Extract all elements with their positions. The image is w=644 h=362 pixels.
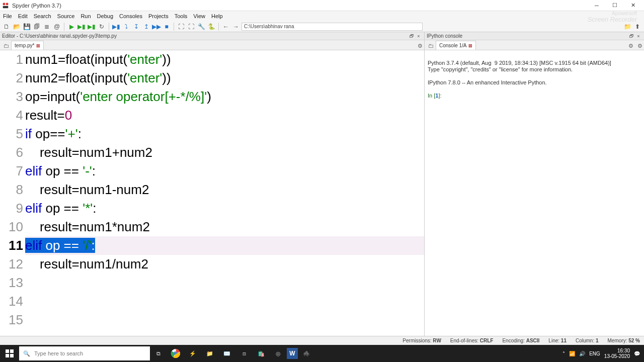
parent-dir-icon[interactable]: ⬆ xyxy=(633,22,642,31)
status-permissions: Permissions: RW xyxy=(403,338,441,343)
console-pane-title: IPython console xyxy=(427,33,462,39)
console-tabs: 🗀 Console 1/A ⊠ ⚙ ⚙ xyxy=(425,40,644,50)
menu-tools[interactable]: Tools xyxy=(175,13,188,19)
app-icon[interactable]: ⚡ xyxy=(184,345,201,362)
fullscreen-icon[interactable]: ⛶ xyxy=(187,22,196,31)
menu-source[interactable]: Source xyxy=(57,13,75,19)
working-dir-field[interactable]: C:\Users\abhinav rana xyxy=(242,23,423,31)
options-icon[interactable]: ⚙ xyxy=(636,42,644,50)
menu-search[interactable]: Search xyxy=(34,13,51,19)
tray-expand-icon[interactable]: ˄ xyxy=(562,351,565,356)
gear-icon[interactable]: ⚙ xyxy=(627,42,635,50)
maximize-pane-icon[interactable]: ⛶ xyxy=(177,22,186,31)
code-line[interactable]: if op=='+': xyxy=(25,125,424,143)
chrome-icon[interactable] xyxy=(167,345,184,362)
file-explorer-icon[interactable]: 📁 xyxy=(201,345,218,362)
menu-consoles[interactable]: Consoles xyxy=(119,13,142,19)
spyder-taskbar-icon[interactable]: 🕷️ xyxy=(298,345,315,362)
store-icon[interactable]: 🛍️ xyxy=(253,345,270,362)
continue-icon[interactable]: ▶▶ xyxy=(152,22,161,31)
new-file-icon[interactable]: 🗋 xyxy=(2,22,11,31)
menu-projects[interactable]: Projects xyxy=(148,13,169,19)
gear-icon[interactable]: ⚙ xyxy=(416,42,424,50)
save-all-icon[interactable]: 🗐 xyxy=(32,22,41,31)
spyder-logo-icon xyxy=(2,2,9,9)
code-line[interactable]: result=num1+num2 xyxy=(25,143,424,162)
save-icon[interactable]: 💾 xyxy=(22,22,31,31)
dropbox-icon[interactable]: ⧈ xyxy=(235,345,253,362)
forward-icon[interactable]: → xyxy=(231,22,240,31)
file-browse-icon[interactable]: 🗀 xyxy=(2,42,10,50)
pane-close-icon[interactable]: × xyxy=(635,33,642,39)
close-icon[interactable]: ⊠ xyxy=(468,43,472,48)
code-line[interactable]: num1=float(input('enter')) xyxy=(25,50,424,69)
list-icon[interactable]: ≣ xyxy=(42,22,51,31)
status-line: Line: 11 xyxy=(548,338,567,343)
back-icon[interactable]: ← xyxy=(221,22,230,31)
open-file-icon[interactable]: 📂 xyxy=(12,22,21,31)
tab-label: Console 1/A xyxy=(439,43,466,48)
code-line[interactable]: elif op == '/': xyxy=(25,236,424,255)
code-line[interactable]: elif op == '-': xyxy=(25,162,424,180)
run-cell-icon[interactable]: ▶▮ xyxy=(77,22,86,31)
notifications-icon[interactable]: 💬 xyxy=(634,351,640,356)
step-out-icon[interactable]: ↥ xyxy=(142,22,151,31)
stop-debug-icon[interactable]: ■ xyxy=(162,22,171,31)
toolbar-separator xyxy=(64,23,64,31)
menu-file[interactable]: File xyxy=(3,13,12,19)
menu-help[interactable]: Help xyxy=(211,13,223,19)
run-cell-advance-icon[interactable]: ▶▮ xyxy=(87,22,96,31)
task-view-icon[interactable]: ⧉ xyxy=(150,345,167,362)
browse-dir-icon[interactable]: 📁 xyxy=(623,22,632,31)
code-line[interactable]: result=num1*num2 xyxy=(25,218,424,236)
pane-undock-icon[interactable]: 🗗 xyxy=(628,33,635,39)
menu-run[interactable]: Run xyxy=(80,13,91,19)
volume-icon[interactable]: 🔊 xyxy=(579,351,585,356)
close-button[interactable]: ✕ xyxy=(624,1,642,11)
code-line[interactable]: result=num1-num2 xyxy=(25,180,424,199)
svg-rect-6 xyxy=(10,354,14,357)
code-line[interactable]: result=num1/num2 xyxy=(25,255,424,274)
code-line[interactable]: elif op == '*': xyxy=(25,199,424,218)
code-line[interactable] xyxy=(25,274,424,292)
console-browse-icon[interactable]: 🗀 xyxy=(427,42,435,50)
word-icon[interactable]: W xyxy=(287,348,298,359)
menu-edit[interactable]: Edit xyxy=(18,13,28,19)
preferences-icon[interactable]: 🔧 xyxy=(197,22,206,31)
tab-console-1a[interactable]: Console 1/A ⊠ xyxy=(436,41,476,50)
toolbar-separator xyxy=(109,23,109,31)
run-icon[interactable]: ▶ xyxy=(67,22,76,31)
close-icon[interactable]: ⊠ xyxy=(36,43,40,48)
minimize-button[interactable]: ─ xyxy=(588,1,606,11)
menu-view[interactable]: View xyxy=(193,13,205,19)
pane-undock-icon[interactable]: 🗗 xyxy=(408,33,415,39)
tab-temp-py[interactable]: temp.py* ⊠ xyxy=(11,41,44,50)
python-path-icon[interactable]: 🐍 xyxy=(207,22,216,31)
menu-debug[interactable]: Debug xyxy=(97,13,113,19)
wifi-icon[interactable]: 📶 xyxy=(569,351,575,356)
code-editor[interactable]: 123456789101112131415 num1=float(input('… xyxy=(0,50,424,336)
code-line[interactable]: result=0 xyxy=(25,106,424,125)
rerun-icon[interactable]: ↻ xyxy=(97,22,106,31)
code-line[interactable] xyxy=(25,311,424,329)
svg-rect-3 xyxy=(6,349,9,353)
code-line[interactable] xyxy=(25,292,424,311)
console-output[interactable]: Python 3.7.4 (default, Aug 9 2019, 18:34… xyxy=(425,50,644,336)
language-indicator[interactable]: ENG xyxy=(589,351,600,356)
pane-close-icon[interactable]: × xyxy=(415,33,422,39)
step-over-icon[interactable]: ⤵ xyxy=(122,22,131,31)
maximize-button[interactable]: ☐ xyxy=(606,1,624,11)
debug-play-icon[interactable]: ▶▮ xyxy=(112,22,121,31)
taskbar-search[interactable]: 🔍 Type here to search xyxy=(19,346,150,360)
step-into-icon[interactable]: ↧ xyxy=(132,22,141,31)
taskbar-clock[interactable]: 16:30 13-05-2020 xyxy=(604,348,630,359)
status-column: Column: 1 xyxy=(576,338,599,343)
code-area[interactable]: num1=float(input('enter'))num2=float(inp… xyxy=(25,50,424,336)
at-icon[interactable]: @ xyxy=(52,22,61,31)
code-line[interactable]: op=input('enter operator[+-*/%]') xyxy=(25,87,424,106)
code-line[interactable]: num2=float(input('enter')) xyxy=(25,69,424,87)
start-button[interactable] xyxy=(0,345,19,362)
gmail-icon[interactable]: ✉️ xyxy=(218,345,235,362)
statusbar: Permissions: RW End-of-lines: CRLF Encod… xyxy=(0,336,644,345)
steam-icon[interactable]: ◎ xyxy=(270,345,287,362)
